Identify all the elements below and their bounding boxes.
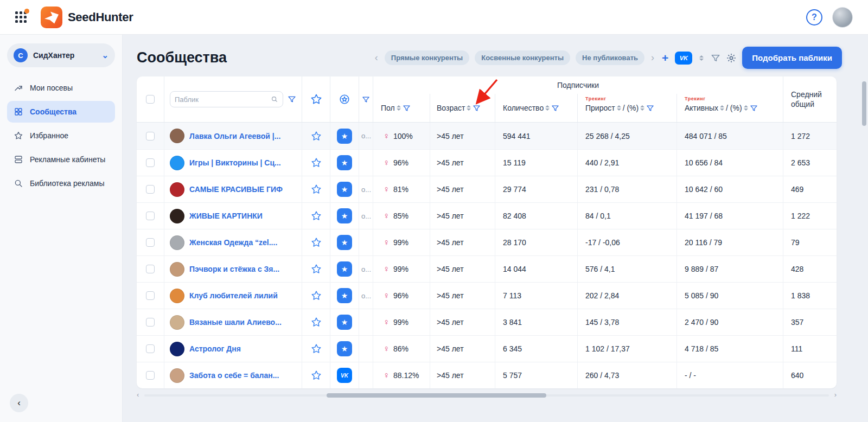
app-icon[interactable]: ★ bbox=[337, 235, 352, 250]
apps-grid-button[interactable] bbox=[15, 11, 27, 23]
community-link[interactable]: Забота о себе = балан... bbox=[189, 371, 279, 380]
row-checkbox[interactable] bbox=[146, 238, 155, 247]
community-link[interactable]: ЖИВЫЕ КАРТИНКИ bbox=[189, 212, 263, 220]
gender-value: 99% bbox=[393, 265, 409, 273]
row-checkbox[interactable] bbox=[146, 344, 155, 353]
growth-value: 260 / 4,73 bbox=[585, 371, 619, 380]
app-icon[interactable]: ★ bbox=[337, 182, 352, 197]
gender-filter-icon[interactable] bbox=[403, 104, 411, 112]
community-link[interactable]: Клуб любителей лилий bbox=[189, 291, 278, 300]
sidebar-collapse-button[interactable]: ‹ bbox=[10, 394, 28, 412]
age-value: >45 лет bbox=[437, 212, 464, 220]
favorite-star-icon[interactable] bbox=[311, 184, 322, 195]
growth-percent-sort-icon[interactable] bbox=[640, 105, 644, 111]
row-checkbox[interactable] bbox=[146, 265, 155, 273]
active-tracking-label: Трекинг bbox=[685, 96, 705, 101]
chip-indirect-competitors[interactable]: Косвенные конкуренты bbox=[475, 50, 570, 65]
favorite-star-icon[interactable] bbox=[311, 264, 322, 274]
vk-platform-badge[interactable]: VK bbox=[675, 52, 692, 65]
community-link[interactable]: Вязаные шали Алиево... bbox=[189, 318, 282, 327]
favorite-star-icon[interactable] bbox=[311, 290, 322, 301]
public-filter-icon[interactable] bbox=[288, 95, 296, 104]
active-value: 10 656 / 84 bbox=[685, 158, 723, 167]
filter-icon[interactable] bbox=[711, 53, 720, 63]
app-icon[interactable]: ★ bbox=[337, 288, 352, 303]
chips-scroll-left-icon[interactable]: ‹ bbox=[374, 52, 379, 63]
favorite-star-icon[interactable] bbox=[311, 157, 322, 168]
row-checkbox[interactable] bbox=[146, 371, 155, 380]
public-search-input[interactable] bbox=[175, 95, 271, 104]
chip-do-not-publish[interactable]: Не публиковать bbox=[576, 50, 644, 65]
app-icon[interactable]: ★ bbox=[337, 155, 352, 170]
hscroll-right-icon[interactable]: › bbox=[834, 391, 837, 399]
add-chip-button[interactable]: + bbox=[661, 52, 669, 65]
brand-name: SeedHunter bbox=[68, 10, 133, 24]
hscroll-thumb[interactable] bbox=[327, 393, 546, 398]
active-percent-sort-icon[interactable] bbox=[744, 105, 748, 111]
sidebar-item-communities[interactable]: Сообщества bbox=[7, 101, 115, 123]
avg-value: 428 bbox=[791, 265, 803, 273]
active-value: 2 470 / 90 bbox=[685, 318, 718, 327]
female-icon: ♀ bbox=[383, 370, 390, 380]
user-avatar[interactable] bbox=[832, 7, 853, 28]
account-selector[interactable]: С СидХантер ⌄ bbox=[7, 43, 115, 67]
public-search[interactable] bbox=[170, 91, 283, 107]
gear-icon[interactable] bbox=[726, 53, 737, 63]
hidden-column-filter-icon[interactable] bbox=[362, 95, 370, 104]
favorite-star-icon[interactable] bbox=[311, 237, 322, 248]
sidebar-item-sowings[interactable]: Мои посевы bbox=[7, 77, 115, 99]
sidebar-item-ads-library[interactable]: Библиотека рекламы bbox=[7, 172, 115, 194]
community-link[interactable]: САМЫЕ КРАСИВЫЕ ГИФ bbox=[189, 185, 283, 194]
vscroll-thumb[interactable] bbox=[862, 81, 866, 126]
app-icon[interactable]: ★ bbox=[337, 341, 352, 356]
active-sort-icon[interactable] bbox=[720, 105, 724, 111]
community-link[interactable]: Лавка Ольги Агеевой |... bbox=[189, 132, 280, 140]
community-link[interactable]: Пэчворк и стёжка с Зя... bbox=[189, 265, 279, 273]
row-checkbox[interactable] bbox=[146, 185, 155, 194]
favorite-star-icon[interactable] bbox=[311, 343, 322, 354]
row-checkbox[interactable] bbox=[146, 212, 155, 220]
growth-sort-icon[interactable] bbox=[617, 105, 621, 111]
favorites-column-icon[interactable] bbox=[310, 93, 322, 105]
app-icon[interactable]: ★ bbox=[337, 129, 352, 144]
sidebar-item-favorites[interactable]: Избранное bbox=[7, 125, 115, 146]
community-avatar bbox=[170, 156, 184, 170]
community-link[interactable]: Женская Одежда “zel.... bbox=[189, 238, 277, 247]
count-filter-icon[interactable] bbox=[551, 104, 559, 112]
favorite-star-icon[interactable] bbox=[311, 131, 322, 142]
row-checkbox[interactable] bbox=[146, 158, 155, 167]
app-icon[interactable]: ★ bbox=[337, 315, 352, 330]
gender-sort-icon[interactable] bbox=[397, 105, 401, 111]
help-icon[interactable]: ? bbox=[806, 9, 822, 25]
favorite-star-icon[interactable] bbox=[311, 210, 322, 221]
cards-icon bbox=[14, 155, 23, 164]
growth-filter-icon[interactable] bbox=[646, 104, 654, 112]
favorite-star-icon[interactable] bbox=[311, 370, 322, 381]
app-icon[interactable]: ★ bbox=[337, 208, 352, 223]
notification-dot bbox=[24, 9, 29, 14]
find-publics-button[interactable]: Подобрать паблики bbox=[742, 47, 842, 69]
row-checkbox[interactable] bbox=[146, 291, 155, 300]
count-sort-icon[interactable] bbox=[545, 105, 550, 111]
col-active-percent-label: / (%) bbox=[726, 104, 742, 112]
row-checkbox[interactable] bbox=[146, 318, 155, 327]
age-sort-icon[interactable] bbox=[467, 105, 471, 111]
sidebar-item-ad-cabinets[interactable]: Рекламные кабинеты bbox=[7, 149, 115, 170]
vk-sort-icon[interactable] bbox=[699, 55, 704, 61]
active-filter-icon[interactable] bbox=[750, 104, 758, 112]
community-link[interactable]: Игры | Викторины | Сц... bbox=[189, 158, 281, 167]
age-filter-icon[interactable] bbox=[473, 104, 481, 112]
app-icon[interactable]: ★ bbox=[337, 261, 352, 277]
app-source-icon[interactable] bbox=[339, 93, 350, 105]
hscroll-left-icon[interactable]: ‹ bbox=[137, 391, 139, 399]
favorite-star-icon[interactable] bbox=[311, 317, 322, 328]
chips-scroll-right-icon[interactable]: › bbox=[650, 52, 655, 63]
chip-direct-competitors[interactable]: Прямые конкуренты bbox=[385, 50, 469, 65]
count-value: 3 841 bbox=[503, 318, 522, 327]
row-checkbox[interactable] bbox=[146, 132, 155, 140]
community-link[interactable]: Астролог Дня bbox=[189, 344, 241, 353]
community-avatar bbox=[170, 182, 184, 197]
select-all-checkbox[interactable] bbox=[146, 95, 155, 104]
app-icon[interactable]: VK bbox=[337, 368, 352, 383]
count-value: 82 408 bbox=[503, 212, 526, 220]
